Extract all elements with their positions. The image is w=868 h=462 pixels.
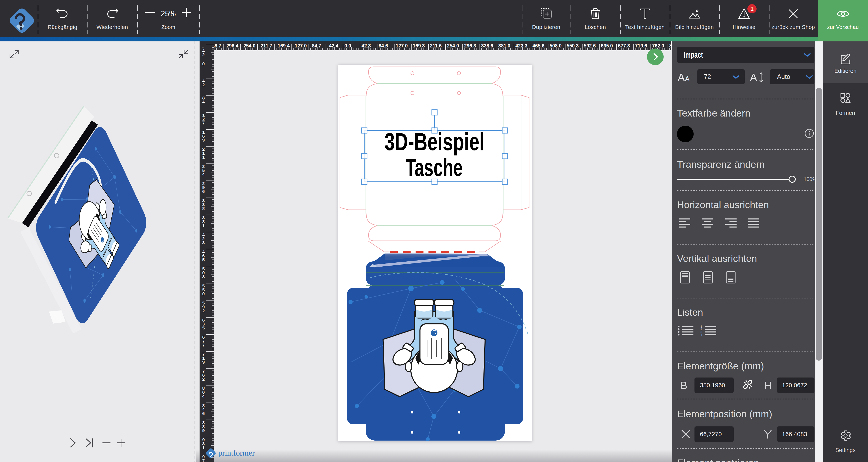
svg-text:465.6: 465.6 [532, 43, 545, 48]
svg-text:7: 7 [202, 121, 205, 125]
svg-text:211.6: 211.6 [430, 43, 442, 48]
svg-text:42.3: 42.3 [362, 43, 371, 48]
svg-text:printformer: printformer [218, 449, 255, 457]
svg-text:677.3: 677.3 [618, 43, 630, 48]
svg-text:6: 6 [202, 189, 205, 194]
svg-text:804.3: 804.3 [669, 43, 671, 48]
svg-text:0: 0 [202, 291, 205, 296]
svg-text:0.0: 0.0 [344, 43, 351, 48]
svg-text:4: 4 [202, 394, 205, 399]
svg-text:635.0: 635.0 [601, 43, 613, 48]
svg-text:6: 6 [202, 411, 205, 416]
svg-text:8: 8 [202, 206, 205, 211]
svg-text:9: 9 [202, 428, 205, 433]
svg-text:5: 5 [202, 326, 205, 330]
svg-text:2: 2 [202, 52, 205, 57]
svg-text:254.0: 254.0 [447, 43, 459, 48]
svg-text:-127.0: -127.0 [293, 43, 307, 48]
svg-text:338.6: 338.6 [481, 43, 493, 48]
svg-text:423.3: 423.3 [515, 43, 527, 48]
svg-text:2: 2 [202, 82, 205, 87]
svg-text:2: 2 [202, 377, 205, 382]
svg-text:84.6: 84.6 [379, 43, 388, 48]
svg-text:3D-Beispiel: 3D-Beispiel [384, 128, 485, 156]
svg-text:169.3: 169.3 [413, 43, 425, 48]
svg-text:4: 4 [202, 172, 205, 177]
svg-text:762.0: 762.0 [652, 43, 664, 48]
svg-text:127.0: 127.0 [396, 43, 408, 48]
svg-text:550.3: 550.3 [567, 43, 579, 48]
svg-text:Tasche: Tasche [406, 154, 463, 181]
svg-text:-84.7: -84.7 [310, 43, 321, 48]
svg-text:4: 4 [202, 99, 205, 104]
svg-text:8: 8 [202, 274, 205, 279]
svg-text:5: 5 [202, 257, 205, 262]
svg-text:-42.4: -42.4 [328, 43, 339, 48]
svg-text:-169.4: -169.4 [276, 43, 289, 48]
svg-text:9: 9 [202, 138, 205, 142]
svg-text:9: 9 [202, 360, 205, 364]
svg-text:508.0: 508.0 [550, 43, 562, 48]
svg-text:100%: 100% [804, 176, 814, 182]
svg-text:-254.0: -254.0 [242, 43, 255, 48]
svg-text:-296.4: -296.4 [225, 43, 238, 48]
svg-text:381.0: 381.0 [498, 43, 510, 48]
svg-text:0: 0 [202, 61, 205, 66]
svg-text:-211.7: -211.7 [259, 43, 272, 48]
svg-text:4: 4 [701, 333, 702, 336]
svg-text:296.3: 296.3 [464, 43, 476, 48]
svg-text:7: 7 [202, 342, 205, 347]
svg-text:3: 3 [202, 240, 205, 245]
svg-text:719.6: 719.6 [635, 43, 647, 48]
svg-text:1: 1 [202, 155, 205, 159]
svg-text:592.6: 592.6 [584, 43, 596, 48]
svg-text:1: 1 [202, 223, 205, 228]
svg-text:2: 2 [202, 308, 205, 313]
